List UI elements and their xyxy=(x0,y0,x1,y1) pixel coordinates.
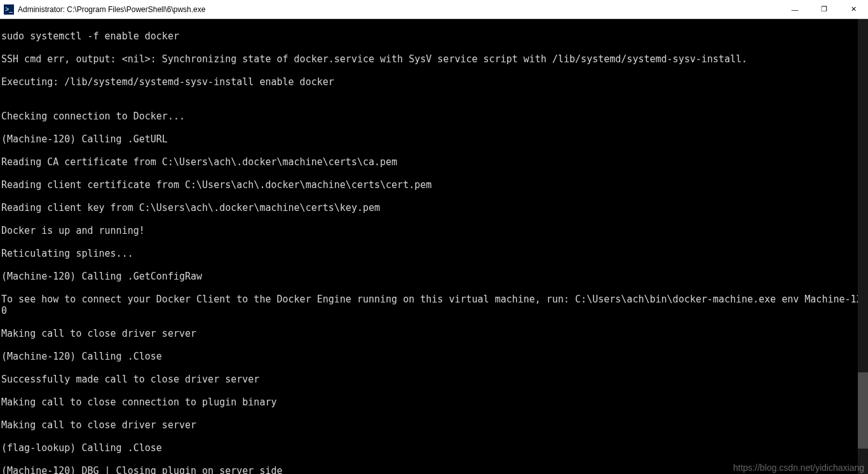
window-title: Administrator: C:\Program Files\PowerShe… xyxy=(18,5,205,14)
terminal-line: SSH cmd err, output: <nil>: Synchronizin… xyxy=(1,53,867,65)
terminal-line: sudo systemctl -f enable docker xyxy=(1,30,867,42)
terminal-line: Docker is up and running! xyxy=(1,225,867,236)
terminal-line: Executing: /lib/systemd/systemd-sysv-ins… xyxy=(1,76,867,88)
terminal-line: (Machine-120) Calling .GetConfigRaw xyxy=(1,271,867,282)
terminal-viewport[interactable]: sudo systemctl -f enable docker SSH cmd … xyxy=(0,19,868,474)
terminal-line: (Machine-120) Calling .GetURL xyxy=(1,133,867,145)
powershell-icon: >_ xyxy=(4,4,14,15)
maximize-button[interactable]: ❐ xyxy=(810,0,839,18)
terminal-line: Checking connection to Docker... xyxy=(1,111,867,122)
close-button[interactable]: ✕ xyxy=(839,0,868,18)
terminal-line: To see how to connect your Docker Client… xyxy=(1,294,867,316)
window-titlebar: >_ Administrator: C:\Program Files\Power… xyxy=(0,0,868,19)
terminal-line: Reading client certificate from C:\Users… xyxy=(1,179,867,191)
minimize-button[interactable]: ― xyxy=(780,0,810,18)
titlebar-left: >_ Administrator: C:\Program Files\Power… xyxy=(0,4,205,15)
terminal-line: Successfully made call to close driver s… xyxy=(1,374,867,385)
terminal-line: Making call to close connection to plugi… xyxy=(1,396,867,408)
terminal-line: Reticulating splines... xyxy=(1,248,867,259)
terminal-line: Reading client key from C:\Users\ach\.do… xyxy=(1,202,867,213)
scrollbar-thumb[interactable] xyxy=(858,372,868,449)
vertical-scrollbar[interactable] xyxy=(858,19,868,474)
terminal-line: (flag-lookup) Calling .Close xyxy=(1,442,867,454)
terminal-line: Reading CA certificate from C:\Users\ach… xyxy=(1,156,867,168)
titlebar-controls: ― ❐ ✕ xyxy=(780,0,868,18)
terminal-line: Making call to close driver server xyxy=(1,328,867,339)
terminal-line: Making call to close driver server xyxy=(1,419,867,431)
watermark-text: https://blog.csdn.net/yidichaxiang xyxy=(733,463,864,473)
terminal-line: (Machine-120) Calling .Close xyxy=(1,351,867,362)
